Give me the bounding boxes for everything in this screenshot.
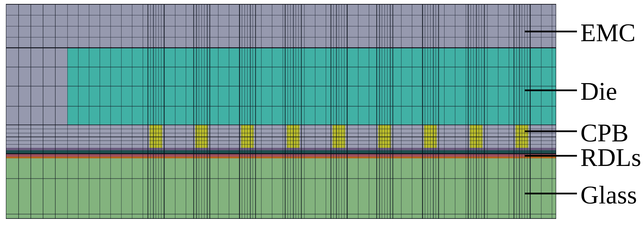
mesh-gridline-v xyxy=(376,4,377,219)
mesh-gridline-v xyxy=(89,4,89,219)
mesh-gridline-v xyxy=(148,4,148,219)
mesh-gridline-v xyxy=(153,4,154,219)
mesh-gridline-v xyxy=(164,4,164,219)
mesh-gridline-v xyxy=(516,4,517,219)
mesh-gridline-h xyxy=(6,125,556,125)
mesh-gridline-v xyxy=(154,4,154,219)
mesh-gridline-v xyxy=(468,4,468,219)
mesh-gridline-v xyxy=(433,4,433,219)
mesh-gridline-v xyxy=(509,4,509,219)
mesh-gridline-v xyxy=(250,4,251,219)
mesh-gridline-h xyxy=(6,141,556,141)
layer-label-cpb: CPB xyxy=(580,120,628,146)
mesh-region xyxy=(6,4,556,219)
mesh-gridline-v xyxy=(30,4,31,219)
mesh-gridline-v xyxy=(193,4,194,219)
mesh-gridline-v xyxy=(498,4,498,219)
mesh-gridline-v xyxy=(43,4,43,219)
layer-label-die: Die xyxy=(580,78,617,104)
mesh-gridline-v xyxy=(150,4,151,219)
mesh-gridline-v xyxy=(430,4,431,219)
mesh-gridline-v xyxy=(478,4,479,219)
mesh-gridline-v xyxy=(347,4,348,219)
mesh-gridline-h xyxy=(6,144,556,145)
mesh-gridline-v xyxy=(158,4,159,219)
leader-line-emc xyxy=(525,31,577,32)
mesh-gridline-v xyxy=(204,4,204,219)
mesh-gridline-v xyxy=(379,4,380,219)
mesh-gridline-v xyxy=(341,4,342,219)
mesh-gridline-h xyxy=(6,106,556,107)
mesh-gridline-v xyxy=(196,4,196,219)
mesh-gridline-v xyxy=(476,4,477,219)
mesh-gridline-v xyxy=(110,4,111,219)
mesh-gridline-v xyxy=(296,4,296,219)
mesh-gridline-v xyxy=(288,4,288,219)
mesh-gridline-v xyxy=(244,4,245,219)
mesh-gridline-v xyxy=(425,4,425,219)
mesh-gridline-v xyxy=(401,4,402,219)
mesh-gridline-v xyxy=(412,4,412,219)
leader-line-rdls xyxy=(525,155,577,157)
mesh-gridline-v xyxy=(433,4,434,219)
mesh-gridline-v xyxy=(380,4,380,219)
mesh-gridline-v xyxy=(250,4,250,219)
mesh-gridline-v xyxy=(422,4,423,219)
mesh-gridline-h xyxy=(6,67,556,67)
mesh-gridline-v xyxy=(339,4,339,219)
mesh-gridline-v xyxy=(333,4,334,219)
mesh-gridline-v xyxy=(530,4,530,219)
mesh-gridline-v xyxy=(229,4,229,219)
mesh-gridline-v xyxy=(330,4,331,219)
mesh-gridline-v xyxy=(121,4,122,219)
mesh-gridline-v xyxy=(382,4,382,219)
mesh-gridline-v xyxy=(541,4,542,219)
layer-label-rdls: RDLs xyxy=(580,145,641,170)
mesh-gridline-v xyxy=(556,4,556,219)
mesh-gridline-v xyxy=(336,4,336,219)
mesh-gridline-v xyxy=(444,4,444,219)
leader-line-die xyxy=(525,89,577,91)
mesh-gridline-v xyxy=(487,4,488,219)
mesh-gridline-v xyxy=(285,4,286,219)
leader-line-cpb xyxy=(525,130,577,132)
mesh-gridline-v xyxy=(514,4,514,219)
mesh-gridline-v xyxy=(293,4,294,219)
leader-line-glass xyxy=(525,193,577,194)
mesh-gridline-v xyxy=(484,4,485,219)
mesh-gridline-h xyxy=(6,4,556,5)
mesh-gridline-h xyxy=(6,47,556,48)
mesh-gridline-v xyxy=(552,4,552,219)
mesh-gridline-v xyxy=(301,4,302,219)
mesh-gridline-v xyxy=(210,4,210,219)
mesh-gridline-v xyxy=(218,4,218,219)
figure-canvas: EMC Die CPB RDLs Glass xyxy=(0,0,644,226)
mesh-gridline-h xyxy=(6,86,556,86)
mesh-gridline-v xyxy=(201,4,202,219)
mesh-gridline-v xyxy=(255,4,256,219)
mesh-gridline-v xyxy=(384,4,385,219)
mesh-gridline-v xyxy=(390,4,390,219)
mesh-gridline-h xyxy=(6,214,556,214)
mesh-gridline-h xyxy=(6,137,556,137)
mesh-gridline-v xyxy=(6,4,6,219)
mesh-gridline-v xyxy=(326,4,326,219)
mesh-gridline-v xyxy=(466,4,466,219)
mesh-gridline-v xyxy=(387,4,388,219)
mesh-gridline-v xyxy=(336,4,337,219)
mesh-gridline-v xyxy=(55,4,56,219)
mesh-gridline-v xyxy=(100,4,100,219)
mesh-gridline-v xyxy=(18,4,19,219)
mesh-gridline-v xyxy=(344,4,344,219)
mesh-gridline-h xyxy=(6,129,556,129)
mesh-gridline-v xyxy=(438,4,439,219)
mesh-gridline-v xyxy=(476,4,476,219)
mesh-gridline-v xyxy=(527,4,528,219)
mesh-gridline-v xyxy=(161,4,162,219)
layer-label-glass: Glass xyxy=(580,182,637,208)
mesh-gridline-v xyxy=(520,4,520,219)
mesh-gridline-v xyxy=(196,4,197,219)
mesh-gridline-v xyxy=(290,4,291,219)
mesh-gridline-h xyxy=(6,37,556,38)
mesh-gridline-v xyxy=(358,4,358,219)
